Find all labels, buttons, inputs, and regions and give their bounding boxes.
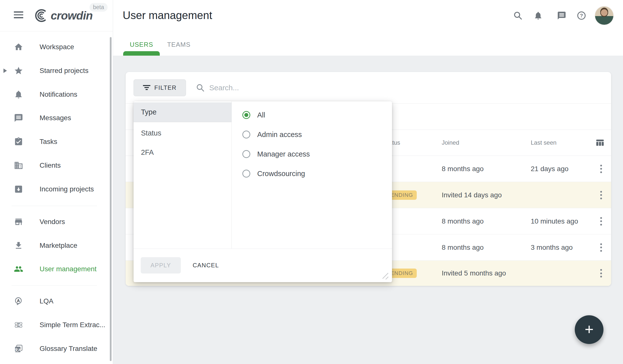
filter-category-type[interactable]: Type — [134, 102, 231, 122]
cell-last-seen: 10 minutes ago — [531, 217, 578, 225]
sidebar-item-tasks[interactable]: Tasks — [0, 130, 113, 154]
active-tab-indicator — [123, 51, 160, 56]
tab-teams[interactable]: TEAMS — [161, 38, 197, 51]
tab-users[interactable]: USERS — [123, 38, 160, 51]
svg-text:E: E — [17, 323, 20, 327]
cell-last-seen: 21 days ago — [531, 165, 569, 173]
row-menu-icon[interactable] — [598, 191, 604, 199]
sidebar-item-messages[interactable]: Messages — [0, 106, 113, 130]
cell-joined: Invited 14 days ago — [442, 191, 502, 199]
crowdin-logo-icon — [33, 8, 49, 23]
page-root: User management ? USERS TEAMS FILTER — [0, 0, 623, 364]
sidebar-item-user-management[interactable]: User management — [0, 257, 113, 281]
sidebar-item-clients[interactable]: Clients — [0, 154, 113, 177]
svg-text:?: ? — [580, 13, 583, 18]
svg-text:文A: 文A — [14, 348, 21, 352]
svg-text:A: A — [17, 298, 20, 303]
plus-icon: + — [585, 321, 594, 337]
message-icon — [14, 113, 23, 123]
sidebar-item-vendors[interactable]: Vendors — [0, 210, 113, 234]
row-menu-icon[interactable] — [598, 217, 604, 226]
term-extractor-icon: E — [14, 320, 23, 330]
radio-icon[interactable] — [242, 150, 250, 158]
sidebar-item-workspace[interactable]: Workspace — [0, 35, 113, 59]
filter-button[interactable]: FILTER — [134, 79, 186, 96]
filter-icon — [143, 85, 150, 91]
notifications-icon[interactable] — [533, 11, 543, 20]
sidebar-item-glossary-translate[interactable]: 文A Glossary Translate — [0, 337, 113, 361]
radio-icon[interactable] — [242, 131, 250, 138]
sidebar-item-lqa[interactable]: A LQA — [0, 289, 113, 313]
filter-category-2fa[interactable]: 2FA — [134, 142, 231, 162]
radio-icon[interactable] — [242, 170, 250, 178]
home-icon — [14, 42, 23, 52]
column-header-joined: Joined — [442, 139, 459, 146]
cell-joined: 8 months ago — [442, 165, 484, 173]
column-header-last-seen: Last seen — [531, 139, 556, 146]
beta-badge: beta — [90, 3, 108, 12]
lqa-icon: A — [14, 296, 23, 306]
filter-option-admin-access[interactable]: Admin access — [242, 127, 381, 142]
glossary-translate-icon: 文A — [14, 344, 23, 353]
sidebar-item-simple-term-extractor[interactable]: E Simple Term Extrac... — [0, 313, 113, 337]
resize-handle[interactable] — [381, 272, 390, 281]
sidebar-item-incoming-projects[interactable]: Incoming projects — [0, 177, 113, 201]
row-menu-icon[interactable] — [598, 269, 604, 277]
sidebar-header: crowdin beta — [0, 0, 113, 31]
people-icon — [14, 264, 23, 274]
row-menu-icon[interactable] — [598, 243, 604, 252]
sidebar-scrollbar[interactable] — [110, 37, 112, 361]
sidebar-divider — [12, 285, 97, 286]
filter-option-manager-access[interactable]: Manager access — [242, 146, 381, 162]
expand-caret-icon[interactable] — [3, 68, 7, 73]
help-icon[interactable]: ? — [577, 11, 586, 20]
bell-icon — [14, 90, 23, 99]
sidebar: crowdin beta Workspace Starred projects … — [0, 0, 113, 364]
sidebar-item-starred-projects[interactable]: Starred projects — [0, 59, 113, 83]
download-icon — [14, 241, 23, 250]
sidebar-item-marketplace[interactable]: Marketplace — [0, 234, 113, 257]
radio-selected-icon[interactable] — [242, 111, 250, 119]
star-icon — [14, 66, 23, 75]
cell-joined: 8 months ago — [442, 217, 484, 225]
filter-option-all[interactable]: All — [242, 107, 381, 123]
search-icon[interactable] — [513, 11, 523, 20]
menu-icon[interactable] — [14, 11, 23, 20]
filter-option-crowdsourcing[interactable]: Crowdsourcing — [242, 166, 381, 182]
sidebar-divider — [12, 206, 97, 206]
tasks-icon — [14, 137, 23, 146]
cell-last-seen: 3 months ago — [531, 244, 573, 251]
filter-dropdown-panel: Type Status 2FA All Admin access Manager… — [134, 101, 392, 282]
page-title: User management — [123, 9, 212, 22]
panel-footer-divider — [134, 249, 392, 249]
table-toolbar: FILTER — [126, 72, 611, 104]
avatar[interactable] — [595, 6, 613, 25]
crowdin-logo[interactable]: crowdin — [33, 8, 92, 23]
cell-joined: 8 months ago — [442, 244, 484, 251]
search-icon — [196, 83, 205, 92]
store-icon — [14, 217, 23, 227]
panel-divider — [231, 101, 232, 249]
search-input[interactable] — [209, 84, 368, 92]
chat-icon[interactable] — [557, 11, 566, 20]
column-settings-icon[interactable] — [595, 138, 605, 148]
cancel-button[interactable]: CANCEL — [189, 257, 222, 273]
cell-joined: Invited 5 months ago — [442, 269, 506, 277]
row-menu-icon[interactable] — [598, 165, 604, 173]
clients-icon — [14, 161, 23, 170]
filter-category-status[interactable]: Status — [134, 123, 231, 143]
top-bar: User management ? USERS TEAMS — [113, 0, 623, 56]
add-user-fab[interactable]: + — [575, 315, 603, 344]
incoming-projects-icon — [14, 184, 23, 194]
sidebar-item-notifications[interactable]: Notifications — [0, 83, 113, 106]
apply-button[interactable]: APPLY — [141, 257, 181, 273]
